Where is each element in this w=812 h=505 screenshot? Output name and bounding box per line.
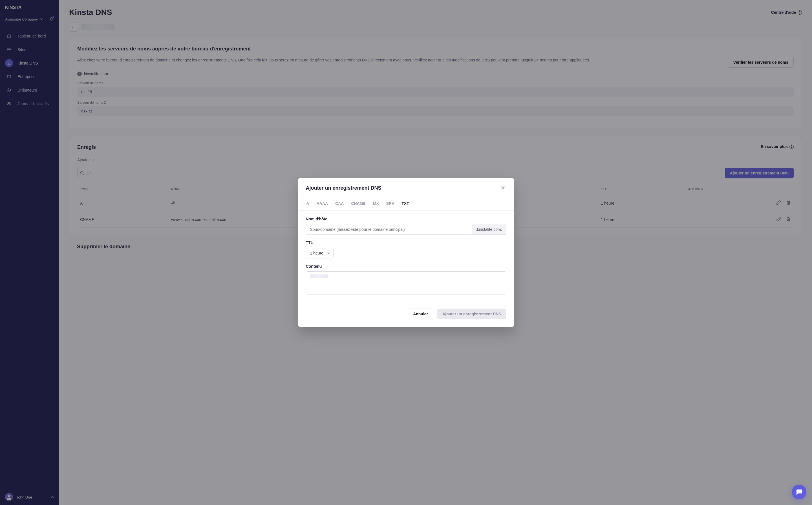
content-skeleton	[310, 275, 328, 278]
tab-mx[interactable]: MX	[373, 197, 380, 210]
modal-tabs: A AAAA CAA CNAME MX SRV TXT	[298, 197, 514, 210]
add-dns-record-modal: Ajouter un enregistrement DNS A AAAA CAA…	[298, 178, 514, 327]
tab-aaaa[interactable]: AAAA	[316, 197, 328, 210]
content-label: Contenu	[306, 264, 506, 269]
chat-icon	[795, 488, 803, 496]
ttl-label: TTL	[306, 240, 506, 245]
modal-overlay[interactable]: Ajouter un enregistrement DNS A AAAA CAA…	[0, 0, 812, 505]
tab-txt[interactable]: TXT	[401, 197, 409, 210]
close-icon	[501, 186, 505, 190]
tab-caa[interactable]: CAA	[335, 197, 344, 210]
hostname-label: Nom d'hôte	[306, 217, 506, 221]
chat-widget[interactable]	[792, 485, 806, 499]
hostname-suffix: .kinstalife.com.	[472, 224, 506, 235]
tab-srv[interactable]: SRV	[386, 197, 395, 210]
cancel-button[interactable]: Annuler	[408, 309, 433, 319]
ttl-select[interactable]: 1 heure	[306, 248, 333, 259]
content-textarea[interactable]	[306, 272, 506, 295]
modal-title: Ajouter un enregistrement DNS	[306, 185, 382, 191]
tab-cname[interactable]: CNAME	[351, 197, 366, 210]
submit-button[interactable]: Ajouter un enregistrement DNS	[437, 309, 506, 319]
tab-a[interactable]: A	[306, 197, 310, 210]
hostname-input[interactable]	[306, 224, 472, 235]
modal-close-button[interactable]	[500, 185, 506, 191]
